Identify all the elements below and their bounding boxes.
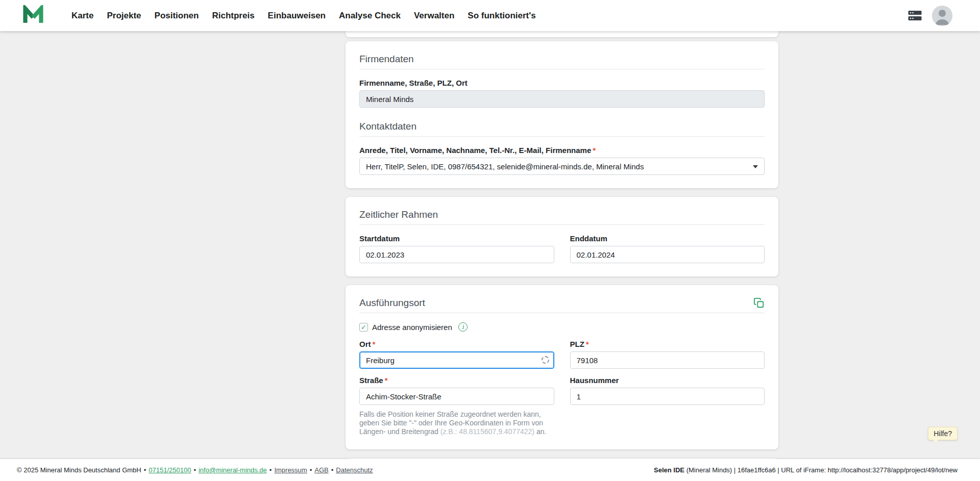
separator: • bbox=[310, 466, 312, 474]
divider bbox=[359, 313, 765, 313]
startdatum-label: Startdatum bbox=[359, 234, 554, 243]
hausnummer-label: Hausnummer bbox=[570, 376, 765, 385]
separator: • bbox=[193, 466, 196, 474]
startdatum-input[interactable] bbox=[359, 246, 554, 263]
section-title-ausfuehrungsort: Ausführungsort bbox=[359, 297, 425, 309]
divider bbox=[359, 224, 765, 225]
footer-email-link[interactable]: info@mineral-minds.de bbox=[199, 466, 267, 474]
card-zeitlicher-rahmen: Zeitlicher Rahmen Startdatum Enddatum bbox=[346, 197, 778, 276]
app-name: Selen IDE bbox=[654, 466, 684, 474]
hausnummer-input[interactable] bbox=[570, 388, 765, 405]
section-title-zeitlicher-rahmen: Zeitlicher Rahmen bbox=[359, 209, 765, 220]
strasse-label: Straße* bbox=[359, 376, 554, 385]
nav-item-projekte[interactable]: Projekte bbox=[107, 11, 141, 21]
separator: • bbox=[331, 466, 334, 474]
main-content: Firmendaten Firmenname, Straße, PLZ, Ort… bbox=[0, 31, 980, 459]
info-icon[interactable] bbox=[458, 322, 468, 332]
mineral-minds-logo-icon bbox=[23, 5, 43, 26]
nav-item-so-funktionierts[interactable]: So funktioniert's bbox=[468, 11, 535, 21]
card-ausfuehrungsort: Ausführungsort Adresse anonymisieren Or bbox=[346, 285, 778, 449]
ort-label: Ort* bbox=[359, 340, 554, 348]
nav-item-verwalten[interactable]: Verwalten bbox=[414, 11, 454, 21]
chevron-down-icon bbox=[753, 165, 758, 168]
required-asterisk: * bbox=[586, 340, 589, 348]
plz-input[interactable] bbox=[570, 351, 765, 369]
nav-item-analyse-check[interactable]: Analyse Check bbox=[339, 11, 401, 21]
separator: • bbox=[144, 466, 146, 474]
contact-label: Anrede, Titel, Vorname, Nachname, Tel.-N… bbox=[359, 146, 765, 155]
nav-item-positionen[interactable]: Positionen bbox=[155, 11, 199, 21]
copy-icon[interactable] bbox=[753, 297, 765, 309]
plz-label: PLZ* bbox=[570, 340, 765, 348]
brand-logo[interactable] bbox=[23, 5, 43, 26]
footer-phone-link[interactable]: 07151/250100 bbox=[149, 466, 191, 474]
loading-spinner-icon bbox=[542, 356, 549, 364]
enddatum-label: Enddatum bbox=[570, 234, 765, 243]
required-asterisk: * bbox=[385, 376, 388, 385]
strasse-input[interactable] bbox=[359, 388, 554, 405]
enddatum-input[interactable] bbox=[570, 246, 765, 263]
company-label: Firmenname, Straße, PLZ, Ort bbox=[359, 79, 765, 87]
required-asterisk: * bbox=[373, 340, 376, 348]
top-navbar: Karte Projekte Positionen Richtpreis Ein… bbox=[0, 0, 980, 31]
section-title-kontaktdaten: Kontaktdaten bbox=[359, 121, 765, 132]
main-navigation: Karte Projekte Positionen Richtpreis Ein… bbox=[71, 11, 908, 21]
nav-item-richtpreis[interactable]: Richtpreis bbox=[212, 11, 254, 21]
footer-link-datenschutz[interactable]: Datenschutz bbox=[336, 466, 373, 474]
separator: • bbox=[270, 466, 272, 474]
help-button[interactable]: Hilfe? bbox=[928, 427, 958, 440]
anonymize-checkbox[interactable] bbox=[359, 323, 368, 332]
divider bbox=[359, 136, 765, 137]
ort-input[interactable] bbox=[359, 351, 554, 369]
nav-item-einbauweisen[interactable]: Einbauweisen bbox=[268, 11, 326, 21]
contact-select-value: Herr, TitelP, Selen, IDE, 0987/654321, s… bbox=[366, 162, 644, 171]
section-title-firmendaten: Firmendaten bbox=[359, 54, 765, 65]
card-firmendaten: Firmendaten Firmenname, Straße, PLZ, Ort… bbox=[346, 41, 778, 188]
iframe-info: (Mineral Minds) | 16fae1ffc6a6 | URL of … bbox=[684, 466, 958, 474]
page-footer: © 2025 Mineral Minds Deutschland GmbH • … bbox=[0, 459, 980, 481]
divider bbox=[359, 69, 765, 69]
required-asterisk: * bbox=[593, 146, 596, 155]
footer-link-agb[interactable]: AGB bbox=[314, 466, 328, 474]
navbar-right bbox=[908, 6, 952, 26]
street-hint-text: Falls die Position keiner Straße zugeord… bbox=[359, 410, 554, 436]
footer-left: © 2025 Mineral Minds Deutschland GmbH • … bbox=[17, 466, 373, 474]
server-icon[interactable] bbox=[908, 10, 922, 21]
user-avatar[interactable] bbox=[932, 6, 952, 26]
nav-item-karte[interactable]: Karte bbox=[71, 11, 93, 21]
card-partial-top bbox=[346, 31, 778, 37]
copyright-text: © 2025 Mineral Minds Deutschland GmbH bbox=[17, 466, 141, 474]
help-label: Hilfe? bbox=[934, 429, 952, 438]
geo-coords-example: (z.B.: 48.8115607,9.4077422) bbox=[440, 427, 534, 436]
company-input bbox=[359, 90, 765, 108]
anonymize-label: Adresse anonymisieren bbox=[372, 323, 452, 332]
contact-select[interactable]: Herr, TitelP, Selen, IDE, 0987/654321, s… bbox=[359, 158, 765, 175]
footer-debug-info: Selen IDE (Mineral Minds) | 16fae1ffc6a6… bbox=[654, 466, 958, 474]
footer-link-impressum[interactable]: Impressum bbox=[274, 466, 307, 474]
